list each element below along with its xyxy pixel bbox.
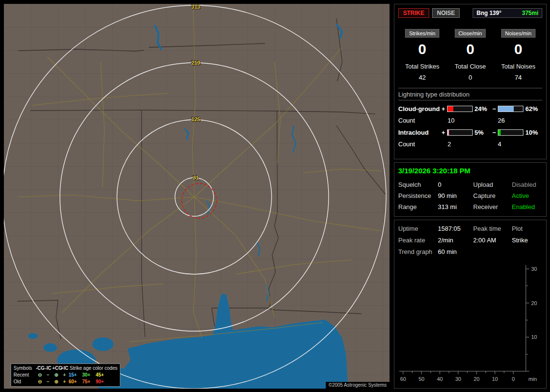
datetime-readout: 3/19/2026 3:20:18 PM: [398, 167, 542, 175]
cloud-ground-label: Cloud-ground: [398, 105, 441, 112]
legend-symbols-header: Symbols: [14, 365, 36, 372]
svg-text:20: 20: [531, 300, 537, 306]
lightning-distribution-section: Lightning type distribution Cloud-ground…: [398, 88, 542, 148]
plus-sign: +: [441, 105, 447, 112]
cg-negative-count: 26: [498, 117, 505, 124]
upload-label: Upload: [473, 181, 512, 188]
legend-old-label: Old: [14, 378, 36, 385]
age-code-60: 60+: [69, 378, 82, 385]
noise-toggle-button[interactable]: NOISE: [432, 8, 460, 18]
capture-status: Active: [512, 192, 542, 199]
ic-negative-count: 4: [498, 140, 501, 148]
copyright-text: ©2005 Astrogenic Systems: [326, 382, 390, 389]
strikes-per-min-chip: Strikes/min: [405, 29, 439, 38]
map-canvas[interactable]: 313 219 125 31 Symbols -CG -IC +CG +IC S…: [4, 4, 390, 389]
trend-graph: 30 20 10 60 50 40 30 20 10 0 min: [398, 261, 542, 387]
svg-text:60: 60: [400, 376, 406, 382]
legend-col-pos-cg: +CG: [52, 365, 60, 372]
close-per-min-value: 0: [446, 42, 494, 57]
range-value: 313 mi: [438, 203, 473, 210]
noises-per-min-value: 0: [494, 42, 542, 57]
legend-col-neg-ic: -IC: [44, 365, 52, 372]
neg-cg-recent-icon: ⊖: [36, 372, 44, 378]
svg-text:20: 20: [474, 376, 479, 382]
counters-panel: STRIKE NOISE Bng 139° 375mi Strikes/min …: [394, 4, 547, 159]
noises-per-min-chip: Noises/min: [501, 29, 535, 38]
cg-negative-bar-fill: [498, 106, 513, 112]
receiver-label: Receiver: [473, 203, 512, 210]
cg-negative-pct: 62%: [524, 105, 542, 112]
age-code-75: 75+: [82, 378, 96, 385]
cloud-ground-count-row: Count 10 26: [398, 117, 542, 124]
sidebar: STRIKE NOISE Bng 139° 375mi Strikes/min …: [394, 4, 547, 389]
persistence-label: Persistence: [398, 192, 438, 199]
close-per-min-chip: Close/min: [455, 29, 486, 38]
peak-rate-value: 2/min: [438, 237, 473, 244]
squelch-label: Squelch: [398, 181, 438, 188]
intracloud-row: Intracloud + 5% − 10%: [398, 129, 542, 136]
strike-legend: Symbols -CG -IC +CG +IC Strike age color…: [11, 364, 120, 387]
legend-recent-row: Recent ⊖ − ⊕ + 15+ 30+ 45+: [14, 372, 117, 378]
svg-text:10: 10: [492, 376, 498, 382]
ic-negative-bar: [498, 129, 523, 136]
legend-header-row: Symbols -CG -IC +CG +IC Strike age color…: [14, 365, 117, 372]
uptime-value: 1587:05: [438, 225, 473, 232]
total-noises-label: Total Noises: [494, 63, 542, 70]
persistence-value: 90 min: [438, 192, 473, 199]
range-ring-label: 31: [193, 175, 199, 181]
uptime-label: Uptime: [398, 225, 438, 232]
cg-negative-bar: [498, 106, 523, 112]
minus-sign: −: [492, 129, 497, 136]
cloud-ground-row: Cloud-ground + 24% − 62%: [398, 105, 542, 112]
pos-cg-old-icon: ⊕: [52, 378, 60, 385]
peak-time-label: Peak time: [473, 225, 512, 232]
range-label: Range: [398, 203, 438, 210]
ic-positive-bar: [447, 129, 473, 136]
range-ring-label: 313: [191, 4, 200, 10]
pos-cg-recent-icon: ⊕: [52, 372, 60, 378]
distribution-header: Lightning type distribution: [398, 88, 542, 100]
peak-time-value: 2:00 AM: [473, 237, 512, 244]
ic-positive-bar-fill: [448, 130, 449, 135]
trend-graph-label: Trend graph: [398, 248, 438, 255]
ic-positive-count: 2: [448, 140, 498, 148]
bearing-value: Bng 139°: [477, 10, 501, 16]
legend-col-pos-ic: +IC: [60, 365, 69, 372]
stats-panel: Uptime 1587:05 Peak time Plot Peak rate …: [394, 220, 547, 389]
range-ring-label: 219: [191, 60, 200, 66]
total-noises-value: 74: [494, 74, 542, 81]
range-ring-label: 125: [191, 116, 200, 122]
bearing-readout: Bng 139° 375mi: [473, 8, 542, 18]
ic-negative-bar-fill: [498, 130, 501, 135]
receiver-status: Enabled: [512, 203, 542, 210]
svg-text:50: 50: [419, 376, 424, 382]
trend-axes: [399, 265, 529, 374]
intracloud-label: Intracloud: [398, 129, 441, 136]
intracloud-count-row: Count 2 4: [398, 140, 542, 148]
legend-old-row: Old ⊖ − ⊕ + 60+ 75+ 90+: [14, 378, 117, 385]
age-code-15: 15+: [69, 372, 82, 378]
squelch-value: 0: [438, 181, 473, 188]
count-label: Count: [398, 117, 448, 124]
total-strikes-value: 42: [398, 74, 446, 81]
cg-positive-count: 10: [448, 117, 498, 124]
svg-text:10: 10: [531, 334, 537, 340]
trend-x-tick-labels: 60 50 40 30 20 10 0 min: [400, 376, 537, 382]
bearing-range-value: 375mi: [522, 10, 538, 16]
neg-cg-old-icon: ⊖: [36, 378, 44, 385]
count-label: Count: [398, 140, 448, 148]
total-strikes-label: Total Strikes: [398, 63, 446, 70]
strike-toggle-button[interactable]: STRIKE: [398, 8, 429, 18]
trend-graph-window: 60 min: [438, 248, 473, 255]
total-close-value: 0: [446, 74, 494, 81]
upload-status: Disabled: [512, 181, 542, 188]
trend-y-tick-labels: 30 20 10: [531, 266, 537, 340]
svg-text:30: 30: [455, 376, 461, 382]
plot-label: Plot: [512, 225, 542, 232]
ic-positive-pct: 5%: [474, 129, 492, 136]
capture-label: Capture: [473, 192, 512, 199]
legend-recent-label: Recent: [14, 372, 36, 378]
ic-negative-pct: 10%: [524, 129, 542, 136]
legend-col-neg-cg: -CG: [36, 365, 44, 372]
trend-graph-canvas: 30 20 10 60 50 40 30 20 10 0 min: [398, 261, 542, 385]
